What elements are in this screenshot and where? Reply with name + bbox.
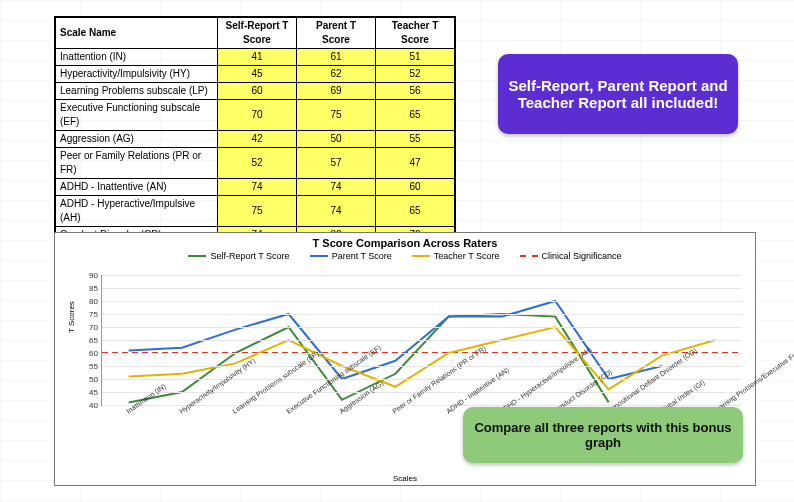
cell-self: 42 [218, 131, 297, 148]
callout-green-text: Compare all three reports with this bonu… [473, 420, 733, 450]
ytick-label: 85 [80, 284, 98, 293]
legend-teacher-label: Teacher T Score [434, 251, 500, 261]
callout-purple-text: Self-Report, Parent Report and Teacher R… [508, 77, 728, 111]
legend-clinical: Clinical Significance [520, 251, 622, 261]
legend-clinical-label: Clinical Significance [542, 251, 622, 261]
grid-line [102, 353, 742, 354]
grid-line [102, 314, 742, 315]
chart-title: T Score Comparison Across Raters [55, 233, 755, 249]
ytick-label: 70 [80, 323, 98, 332]
cell-teacher: 51 [376, 49, 455, 66]
legend-teacher-swatch [412, 255, 430, 257]
cell-self: 45 [218, 66, 297, 83]
cell-self: 52 [218, 148, 297, 179]
ytick-label: 45 [80, 388, 98, 397]
chart-plot-area: 4045505560657075808590Inattention (IN)Hy… [101, 275, 742, 406]
cell-teacher: 65 [376, 196, 455, 227]
th-parent: Parent T Score [297, 18, 376, 49]
cell-teacher: 56 [376, 83, 455, 100]
legend-parent: Parent T Score [310, 251, 392, 261]
ytick-label: 90 [80, 271, 98, 280]
cell-scale: Aggression (AG) [56, 131, 218, 148]
cell-teacher: 60 [376, 179, 455, 196]
th-scale: Scale Name [56, 18, 218, 49]
table-row: Hyperactivity/Impulsivity (HY)456252 [56, 66, 455, 83]
table-row: Aggression (AG)425055 [56, 131, 455, 148]
cell-teacher: 52 [376, 66, 455, 83]
chart-xtitle: Scales [55, 474, 755, 483]
cell-parent: 74 [297, 196, 376, 227]
ytick-label: 75 [80, 310, 98, 319]
table-row: Peer or Family Relations (PR or FR)52574… [56, 148, 455, 179]
cell-teacher: 55 [376, 131, 455, 148]
cell-parent: 74 [297, 179, 376, 196]
th-self: Self-Report T Score [218, 18, 297, 49]
th-teacher: Teacher T Score [376, 18, 455, 49]
cell-self: 41 [218, 49, 297, 66]
legend-self-swatch [188, 255, 206, 257]
legend-parent-swatch [310, 255, 328, 257]
legend-self-label: Self-Report T Score [210, 251, 289, 261]
cell-parent: 75 [297, 100, 376, 131]
cell-scale: Hyperactivity/Impulsivity (HY) [56, 66, 218, 83]
chart-ytitle: T Scores [67, 301, 76, 333]
cell-parent: 69 [297, 83, 376, 100]
ytick-label: 55 [80, 362, 98, 371]
ytick-label: 60 [80, 349, 98, 358]
callout-green: Compare all three reports with this bonu… [463, 407, 743, 463]
legend-clinical-swatch [520, 255, 538, 257]
cell-parent: 61 [297, 49, 376, 66]
table-row: Inattention (IN)416151 [56, 49, 455, 66]
table-row: ADHD - Hyperactive/Impulsive (AH)757465 [56, 196, 455, 227]
cell-self: 60 [218, 83, 297, 100]
cell-parent: 62 [297, 66, 376, 83]
legend-self: Self-Report T Score [188, 251, 289, 261]
cell-scale: Executive Functioning subscale (EF) [56, 100, 218, 131]
grid-line [102, 340, 742, 341]
ytick-label: 40 [80, 401, 98, 410]
grid-line [102, 288, 742, 289]
cell-scale: Inattention (IN) [56, 49, 218, 66]
chart-container: T Score Comparison Across Raters Self-Re… [54, 232, 756, 486]
ytick-label: 50 [80, 375, 98, 384]
table-row: Executive Functioning subscale (EF)70756… [56, 100, 455, 131]
cell-self: 74 [218, 179, 297, 196]
cell-scale: ADHD - Hyperactive/Impulsive (AH) [56, 196, 218, 227]
grid-line [102, 301, 742, 302]
cell-self: 70 [218, 100, 297, 131]
cell-teacher: 65 [376, 100, 455, 131]
table-row: ADHD - Inattentive (AN)747460 [56, 179, 455, 196]
grid-line [102, 327, 742, 328]
table-row: Learning Problems subscale (LP)606956 [56, 83, 455, 100]
ytick-label: 65 [80, 336, 98, 345]
grid-line [102, 405, 742, 406]
grid-line [102, 366, 742, 367]
cell-scale: Peer or Family Relations (PR or FR) [56, 148, 218, 179]
cell-parent: 50 [297, 131, 376, 148]
cell-teacher: 47 [376, 148, 455, 179]
legend-teacher: Teacher T Score [412, 251, 500, 261]
cell-scale: Learning Problems subscale (LP) [56, 83, 218, 100]
callout-purple: Self-Report, Parent Report and Teacher R… [498, 54, 738, 134]
legend-parent-label: Parent T Score [332, 251, 392, 261]
cell-scale: ADHD - Inattentive (AN) [56, 179, 218, 196]
grid-line [102, 275, 742, 276]
cell-self: 75 [218, 196, 297, 227]
chart-legend: Self-Report T Score Parent T Score Teach… [55, 251, 755, 261]
cell-parent: 57 [297, 148, 376, 179]
ytick-label: 80 [80, 297, 98, 306]
